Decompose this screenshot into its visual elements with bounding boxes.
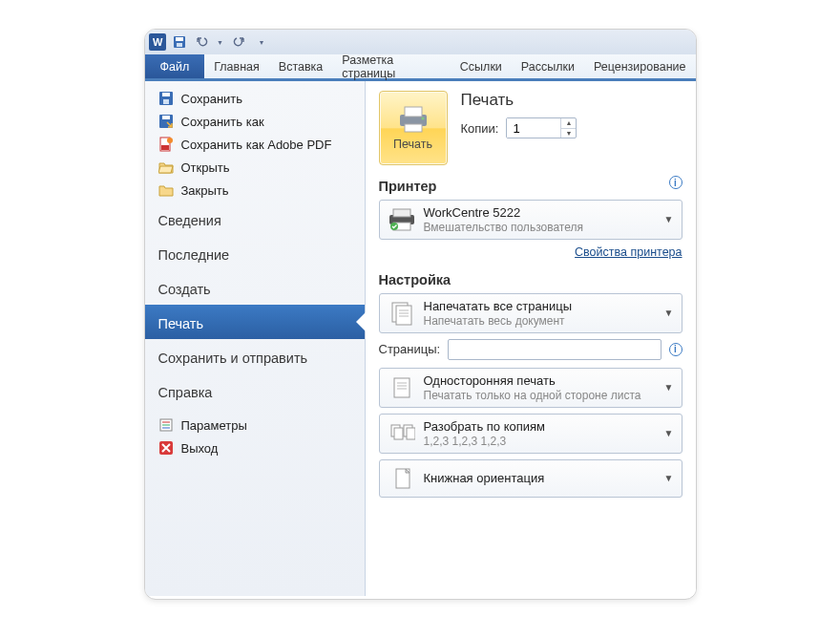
print-button-label: Печать <box>393 138 432 151</box>
ribbon-tab-insert[interactable]: Вставка <box>269 54 332 78</box>
svg-rect-35 <box>394 428 403 439</box>
chevron-down-icon: ▼ <box>664 308 674 318</box>
sides-selector[interactable]: Односторонняя печать Печатать только на … <box>379 368 682 408</box>
copies-down-icon[interactable]: ▼ <box>561 129 576 138</box>
nav-options[interactable]: Параметры <box>145 414 365 436</box>
title-bar: W ▼ ▾ <box>145 30 696 54</box>
nav-new[interactable]: Создать <box>145 270 365 305</box>
nav-info[interactable]: Сведения <box>145 202 365 236</box>
settings-section-title: Настройка <box>379 272 682 287</box>
svg-rect-10 <box>161 145 169 150</box>
svg-point-20 <box>421 117 424 120</box>
printer-info-icon[interactable]: i <box>669 176 682 189</box>
copies-spinner[interactable]: ▲▼ <box>506 117 577 138</box>
nav-recent[interactable]: Последние <box>145 236 365 270</box>
print-title: Печать <box>461 91 682 110</box>
nav-options-label: Параметры <box>181 418 247 433</box>
collate-selector[interactable]: Разобрать по копиям 1,2,3 1,2,3 1,2,3 ▼ <box>379 414 682 454</box>
printer-status: Вмешательство пользователя <box>424 221 657 234</box>
copies-label: Копии: <box>461 121 499 136</box>
save-icon <box>158 91 174 106</box>
qat-undo-icon[interactable] <box>193 32 212 52</box>
ribbon-tabs: Файл Главная Вставка Разметка страницы С… <box>145 54 696 81</box>
exit-icon <box>158 440 174 456</box>
copies-input[interactable] <box>507 118 560 138</box>
chevron-down-icon: ▼ <box>664 214 674 224</box>
svg-rect-30 <box>394 378 410 397</box>
collate-desc: 1,2,3 1,2,3 1,2,3 <box>424 435 657 448</box>
nav-save-send[interactable]: Сохранить и отправить <box>145 339 365 373</box>
svg-rect-6 <box>163 99 169 104</box>
nav-save-as[interactable]: Сохранить как <box>145 110 365 133</box>
backstage-nav: Сохранить Сохранить как Сохранить как Ad… <box>145 81 366 596</box>
pdf-icon <box>158 137 174 152</box>
open-icon <box>158 160 174 175</box>
app-window: W ▼ ▾ Файл Главная Вставка Разметка стра… <box>144 29 697 600</box>
nav-save-pdf-label: Сохранить как Adobe PDF <box>181 138 332 152</box>
qat-customize-icon[interactable]: ▾ <box>252 32 271 52</box>
svg-rect-22 <box>393 209 410 217</box>
nav-save-label: Сохранить <box>181 92 243 106</box>
print-range-desc: Напечатать весь документ <box>424 314 657 328</box>
svg-point-24 <box>390 223 398 230</box>
printer-device-icon <box>388 206 416 233</box>
ribbon-tab-references[interactable]: Ссылки <box>451 54 512 78</box>
nav-save-pdf[interactable]: Сохранить как Adobe PDF <box>145 133 365 156</box>
orientation-title: Книжная ориентация <box>424 471 657 486</box>
svg-rect-8 <box>162 116 170 119</box>
nav-exit[interactable]: Выход <box>145 436 365 459</box>
ribbon-tab-mailings[interactable]: Рассылки <box>512 54 584 78</box>
ribbon-tab-file[interactable]: Файл <box>145 54 205 78</box>
nav-open[interactable]: Открыть <box>145 156 365 179</box>
ribbon-tab-page-layout[interactable]: Разметка страницы <box>332 54 451 78</box>
nav-print[interactable]: Печать <box>145 305 365 339</box>
options-icon <box>158 417 174 433</box>
ribbon-tab-home[interactable]: Главная <box>204 54 269 78</box>
nav-close-label: Закрыть <box>181 183 229 198</box>
copies-up-icon[interactable]: ▲ <box>561 118 576 129</box>
chevron-down-icon: ▼ <box>664 428 674 438</box>
qat-redo-icon[interactable] <box>229 32 248 52</box>
backstage-view: Сохранить Сохранить как Сохранить как Ad… <box>145 81 696 596</box>
print-pane: Печать Печать Копии: ▲▼ Принтер i <box>366 81 696 596</box>
printer-name: WorkCentre 5222 <box>424 205 657 221</box>
pages-icon <box>388 300 416 327</box>
print-button[interactable]: Печать <box>379 91 448 165</box>
svg-text:W: W <box>153 36 163 48</box>
print-range-title: Напечатать все страницы <box>424 299 657 314</box>
svg-rect-2 <box>176 37 183 41</box>
app-logo-icon: W <box>149 33 166 51</box>
pages-label: Страницы: <box>379 342 441 356</box>
nav-open-label: Открыть <box>181 160 230 175</box>
svg-rect-26 <box>396 306 411 325</box>
pages-input[interactable] <box>448 339 661 360</box>
orientation-selector[interactable]: Книжная ориентация ▼ <box>379 459 682 498</box>
svg-rect-19 <box>405 124 422 132</box>
save-as-icon <box>158 114 174 129</box>
pages-info-icon[interactable]: i <box>669 343 682 356</box>
nav-exit-label: Выход <box>181 441 219 456</box>
nav-close[interactable]: Закрыть <box>145 179 365 202</box>
printer-selector[interactable]: WorkCentre 5222 Вмешательство пользовате… <box>379 200 682 240</box>
nav-help[interactable]: Справка <box>145 373 365 408</box>
printer-icon <box>396 105 430 134</box>
ribbon-tab-review[interactable]: Рецензирование <box>584 54 696 78</box>
one-side-icon <box>388 374 416 401</box>
qat-save-icon[interactable] <box>170 32 189 52</box>
nav-save-as-label: Сохранить как <box>181 115 264 129</box>
chevron-down-icon: ▼ <box>664 473 674 483</box>
sides-desc: Печатать только на одной стороне листа <box>424 389 657 402</box>
copies-arrows[interactable]: ▲▼ <box>560 118 576 138</box>
print-range-selector[interactable]: Напечатать все страницы Напечатать весь … <box>379 293 682 333</box>
collate-icon <box>388 420 416 447</box>
svg-rect-3 <box>177 43 182 47</box>
chevron-down-icon: ▼ <box>664 382 674 393</box>
qat-undo-dropdown-icon[interactable]: ▼ <box>216 32 225 52</box>
svg-point-11 <box>167 138 173 143</box>
collate-title: Разобрать по копиям <box>424 419 657 435</box>
printer-properties-link[interactable]: Свойства принтера <box>379 245 682 259</box>
nav-save[interactable]: Сохранить <box>145 87 365 110</box>
sides-title: Односторонняя печать <box>424 373 657 389</box>
svg-rect-37 <box>407 428 415 439</box>
printer-section-title: Принтер <box>379 179 437 194</box>
